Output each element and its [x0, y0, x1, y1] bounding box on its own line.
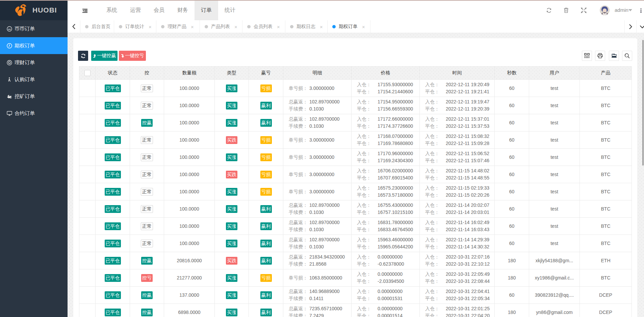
- svg-text:cc: cc: [8, 27, 11, 30]
